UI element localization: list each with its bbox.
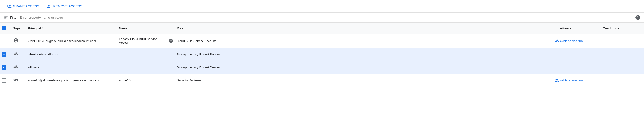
grant-access-icon	[7, 4, 12, 9]
row-4-inheritance: akhtar-dev-aqua	[553, 75, 601, 86]
row-3-name	[117, 64, 175, 71]
row-2-checkbox[interactable]: ✓	[0, 49, 12, 60]
grant-access-button[interactable]: GRANT ACCESS	[4, 2, 42, 10]
inheritance-link-2[interactable]: akhtar-dev-aqua	[555, 78, 583, 82]
remove-access-button[interactable]: REMOVE ACCESS	[44, 2, 85, 10]
table-row: ✓ allUsers Storage Legacy Bucket Reader	[0, 61, 644, 74]
row-4-name: aqua-10	[117, 75, 175, 86]
row-3-inheritance	[553, 64, 601, 71]
row-2-conditions	[601, 51, 644, 58]
row-4-role: Security Reviewer	[175, 75, 553, 86]
remove-access-label: REMOVE ACCESS	[53, 4, 82, 8]
row-3-role: Storage Legacy Bucket Reader	[175, 62, 553, 72]
grant-access-label: GRANT ACCESS	[13, 4, 39, 8]
row-3-conditions	[601, 64, 644, 71]
row-2-name	[117, 51, 175, 58]
row-4-type	[12, 74, 26, 87]
service-account-key-icon	[14, 77, 18, 83]
row-1-name: Legacy Cloud Build Service Account ?	[117, 34, 175, 48]
row-2-inheritance	[553, 51, 601, 58]
row-2-principal: allAuthenticatedUsers	[26, 49, 117, 60]
header-type: Type	[12, 22, 26, 34]
sort-arrow-icon: ↑	[42, 26, 44, 30]
table-row: 779980017373@cloudbuild.gserviceaccount.…	[0, 34, 644, 48]
row-2-type	[12, 48, 26, 61]
toolbar: GRANT ACCESS REMOVE ACCESS	[0, 0, 644, 13]
service-account-icon	[14, 38, 18, 44]
row-1-conditions	[601, 38, 644, 44]
filter-label: Filter	[10, 16, 18, 20]
row-1-inheritance: akhtar-dev-aqua	[553, 35, 601, 46]
row-3-checkbox[interactable]: ✓	[0, 62, 12, 73]
group-icon-2	[14, 64, 18, 70]
help-icon[interactable]: ?	[635, 15, 640, 20]
group-icon	[14, 52, 18, 58]
inheritance-link[interactable]: akhtar-dev-aqua	[555, 39, 583, 43]
filter-bar: Filter ?	[0, 13, 644, 22]
name-help-icon[interactable]: ?	[169, 39, 173, 43]
header-role: Role	[175, 22, 553, 34]
row-4-principal: aqua-10@akhtar-dev-aqua.iam.gserviceacco…	[26, 75, 117, 86]
remove-access-icon	[47, 4, 52, 9]
header-inheritance: Inheritance	[553, 22, 601, 34]
header-checkbox[interactable]	[0, 22, 12, 34]
row-1-role: Cloud Build Service Account	[175, 36, 553, 46]
row-3-type	[12, 61, 26, 74]
header-conditions: Conditions	[601, 22, 644, 34]
row-1-principal: 779980017373@cloudbuild.gserviceaccount.…	[26, 36, 117, 46]
header-principal[interactable]: Principal ↑	[26, 22, 117, 34]
row-3-principal: allUsers	[26, 62, 117, 72]
table-row: aqua-10@akhtar-dev-aqua.iam.gserviceacco…	[0, 74, 644, 87]
row-4-conditions	[601, 77, 644, 84]
filter-lines-icon	[4, 15, 8, 20]
table-header: Type Principal ↑ Name Role Inheritance C…	[0, 22, 644, 34]
table-row: ✓ allAuthenticatedUsers Storage Legacy B…	[0, 48, 644, 61]
header-name: Name	[117, 22, 175, 34]
table: Type Principal ↑ Name Role Inheritance C…	[0, 22, 644, 87]
row-4-checkbox[interactable]	[0, 75, 12, 86]
row-1-type	[12, 34, 26, 47]
row-1-checkbox[interactable]	[0, 35, 12, 46]
row-2-role: Storage Legacy Bucket Reader	[175, 49, 553, 60]
filter-input[interactable]	[20, 16, 634, 20]
